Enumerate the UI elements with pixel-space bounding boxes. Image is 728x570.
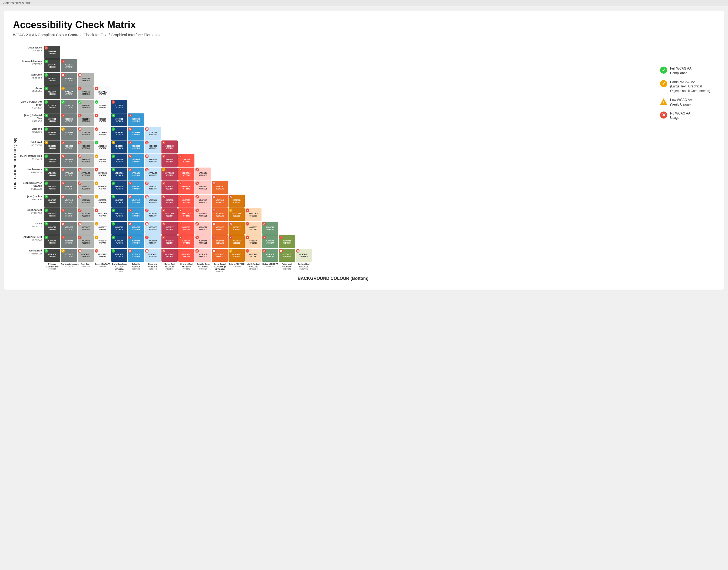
svg-text:✕: ✕ [79, 236, 81, 239]
cell-fg-code: #6D9C77 [132, 226, 140, 228]
status-badge: ✕ [162, 181, 165, 186]
status-badge: ✓ [44, 59, 48, 64]
svg-text:✕: ✕ [79, 74, 81, 77]
status-badge: ✕ [61, 181, 65, 186]
x-color-name: Primary Background [44, 263, 60, 268]
cell-bg-code: #FFCAC6 [199, 228, 207, 230]
svg-text:✕: ✕ [79, 141, 81, 144]
cell-bg-code: #C5E4F9 [149, 228, 156, 230]
status-badge: ✓ [111, 114, 115, 118]
row-color-name: Dark Cerulean 'AU Blue' [19, 100, 42, 106]
status-badge: ✕ [95, 208, 98, 213]
status-badge: ✓ [61, 100, 65, 104]
cell-bg-code: #3999D5 [132, 120, 139, 122]
row-color-code: #FF5649 [19, 158, 42, 161]
cell-bg-code: #777F7F [65, 107, 72, 108]
svg-text:✕: ✕ [213, 182, 215, 185]
cells-row: ✓#7D9B46#444644✕#7D9B46#777F7F✕#7D9B46#B… [44, 235, 295, 248]
x-color-code: #B3B5B3 [78, 266, 94, 268]
matrix-cell: ✕#FFCAC6#C5E4F9 [145, 168, 161, 181]
matrix-cell: ✕#FFCAC6#FFCAC6 [195, 168, 211, 181]
cell-bg-code: #C5E4F9 [149, 147, 156, 149]
cell-bg-code: #FFCAC6 [199, 188, 207, 190]
svg-text:✕: ✕ [213, 250, 215, 253]
cell-fg-code: #6D9C77 [266, 226, 274, 228]
cell-fg-code: #6D9C77 [65, 226, 73, 228]
matrix-cell: ✕#FCD7B3#777F7F [61, 208, 77, 221]
x-axis-label: Bubble Gum #FFCAC6#FFCAC6 [195, 263, 211, 273]
svg-text:✕: ✕ [62, 114, 64, 117]
matrix-cell: ✓#D8790D#FAFAFA [94, 195, 111, 208]
cell-bg-code: #777F7F [65, 215, 72, 217]
cell-bg-code: #EB6A2C [216, 201, 224, 203]
svg-text:✓: ✓ [112, 155, 114, 158]
row-color-code: #FCD7B3 [19, 212, 42, 215]
status-badge: ✕ [145, 168, 149, 172]
status-badge: ✕ [262, 249, 266, 253]
cell-fg-code: #D8790D [216, 199, 224, 201]
cell-bg-code: #3999D5 [132, 188, 139, 190]
row-color-name: (Alert) Palm Leaf [19, 236, 42, 239]
row-color-name: Light Apricot [19, 209, 42, 212]
cell-fg-code: #FCD7B3 [148, 213, 157, 215]
svg-text:✓: ✓ [45, 101, 47, 104]
matrix-cell: ✓#FF5649#444644 [44, 154, 60, 167]
cell-bg-code: #FAFAFA [99, 215, 107, 217]
status-badge: ✕ [212, 236, 216, 240]
row-label: Ash Grey#B3B5B3 [19, 73, 44, 79]
matrix-cell: ✕#FF5649#BD3E56 [161, 154, 178, 167]
matrix-cell: ✓#6D9C77#17447A [111, 222, 127, 235]
matrix-cell: ✕#E5EACE#B3B5B3 [78, 249, 94, 262]
status-badge: ✕ [128, 208, 132, 213]
cell-fg-code: #E5EACE [48, 253, 56, 255]
matrix-cell: ✕#7D9B46#D8790D [228, 235, 245, 248]
matrix-cell: ✓#D8790D#444644 [44, 195, 60, 208]
cell-bg-code: #B3B5B3 [82, 147, 90, 149]
row-color-name: (Alert) Celestial Blue [19, 114, 42, 120]
svg-text:✕: ✕ [246, 250, 248, 253]
cell-fg-code: #6D9C77 [232, 226, 241, 228]
cell-bg-code: #444644 [49, 201, 55, 203]
cells-row: ✓#FAFAFA#444644✓#FAFAFA#777F7F✕#FAFAFA#B… [44, 86, 111, 99]
cell-bg-code: #444644 [49, 228, 55, 230]
cells-row: ✓#3999D5#444644✕#3999D5#777F7F✕#3999D5#B… [44, 113, 144, 126]
row-color-code: #3999D5 [19, 120, 42, 123]
matrix-cell: ✕#FF5649#C5E4F9 [145, 154, 161, 167]
svg-text:✕: ✕ [95, 250, 98, 253]
cell-fg-code: #3999D5 [99, 118, 106, 120]
status-badge: ✓ [44, 100, 48, 104]
matrix-cell: ✕#FCD7B3#3999D5 [128, 208, 144, 221]
cell-fg-code: #7D9B46 [98, 240, 107, 242]
cell-bg-code: #17447A [116, 120, 123, 122]
cell-fg-code: #FFCAC6 [98, 172, 107, 174]
svg-text:✕: ✕ [129, 223, 131, 226]
cell-bg-code: #777F7F [65, 93, 72, 95]
cell-bg-code: #777F7F [65, 66, 72, 68]
svg-text:✕: ✕ [95, 87, 98, 90]
svg-text:✕: ✕ [79, 250, 81, 253]
row-label: (Alert) Ochre#D8790D [19, 195, 44, 201]
row-label: Light Apricot#FCD7B3 [19, 208, 44, 215]
svg-text:✕: ✕ [263, 250, 265, 253]
cell-fg-code: #7D9B46 [132, 240, 140, 242]
matrix-cell: ✓#BD3E56#FAFAFA [94, 140, 111, 154]
status-badge: ✓ [44, 154, 48, 158]
matrix-cell: ✕#E5EACE#BD3E56 [161, 249, 178, 262]
cell-fg-code: #E5EACE [215, 253, 224, 255]
svg-text:✓: ✓ [112, 236, 114, 239]
cell-fg-code: #17447A [65, 104, 73, 106]
cell-fg-code: #FFCAC6 [115, 172, 124, 174]
cell-bg-code: #C5E4F9 [149, 134, 156, 135]
status-badge: ✕ [61, 168, 65, 172]
svg-text:✕: ✕ [129, 155, 131, 158]
x-axis-label: Light Apricot #FCD7B3#FCD7B3 [245, 263, 261, 273]
cell-fg-code: #3999D5 [132, 118, 140, 120]
matrix-cell: ✕#7D9B46#FF5649 [178, 235, 194, 248]
cells-row: ✓#BD3E56#444644✕#BD3E56#777F7F✕#BD3E56#B… [44, 140, 178, 154]
row-label: Diamond#C5E4F9 [19, 127, 44, 133]
cell-fg-code: #7D9B46 [249, 240, 257, 242]
svg-text:✕: ✕ [79, 209, 81, 212]
matrix-cell: ✕#BD3E56#3999D5 [128, 140, 144, 154]
cell-bg-code: #777F7F [65, 256, 72, 257]
x-axis-label: Orange-Red #FF5649#FF5649 [178, 263, 194, 273]
